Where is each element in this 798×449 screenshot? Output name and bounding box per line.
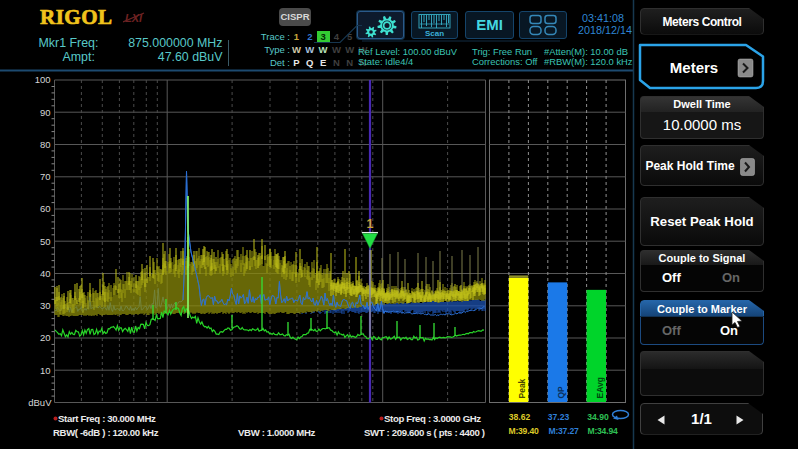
svg-text:VBW : 1.0000 MHz: VBW : 1.0000 MHz: [238, 427, 316, 438]
svg-text:34.90: 34.90: [587, 412, 609, 422]
svg-text:30: 30: [40, 300, 51, 311]
svg-text:20: 20: [40, 332, 51, 343]
svg-text:M:37.27: M:37.27: [548, 426, 579, 436]
svg-text:dBuV: dBuV: [28, 397, 52, 408]
svg-text:50: 50: [40, 236, 51, 247]
svg-text:60: 60: [40, 203, 51, 214]
svg-text:80: 80: [40, 139, 51, 150]
svg-text:40: 40: [40, 268, 51, 279]
svg-text:M:39.40: M:39.40: [508, 426, 539, 436]
svg-text:Stop Freq : 3.0000 GHz: Stop Freq : 3.0000 GHz: [384, 413, 481, 424]
svg-text:70: 70: [40, 171, 51, 182]
svg-text:10: 10: [40, 365, 51, 376]
svg-text:Peak: Peak: [517, 378, 527, 398]
svg-text:M:34.94: M:34.94: [587, 426, 618, 436]
svg-text:90: 90: [40, 107, 51, 118]
svg-text:QP: QP: [556, 386, 566, 399]
svg-text:SWT : 209.600 s ( pts : 4400 ): SWT : 209.600 s ( pts : 4400 ): [364, 427, 485, 438]
svg-text:Meters: Meters: [670, 59, 718, 76]
svg-text:1: 1: [367, 217, 374, 231]
svg-text:37.23: 37.23: [548, 412, 570, 422]
svg-text:38.62: 38.62: [509, 412, 531, 422]
svg-text:Start Freq : 30.000 MHz: Start Freq : 30.000 MHz: [58, 413, 156, 424]
svg-text:EAvg: EAvg: [595, 377, 605, 398]
svg-text:RBW( -6dB ) : 120.00 kHz: RBW( -6dB ) : 120.00 kHz: [53, 427, 159, 438]
svg-text:100: 100: [35, 74, 51, 85]
